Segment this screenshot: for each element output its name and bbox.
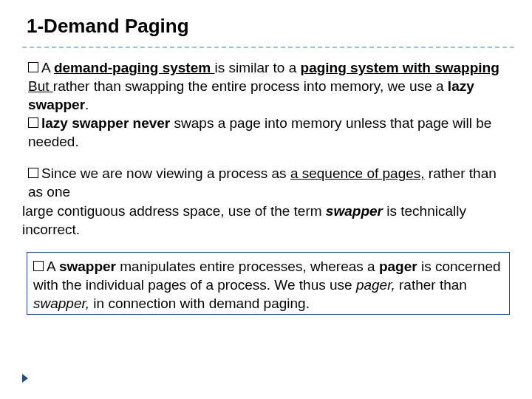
divider: [22, 47, 514, 48]
slide-title: 1-Demand Paging: [27, 15, 514, 38]
square-bullet-icon: [28, 168, 38, 178]
text: A: [41, 60, 54, 75]
text: pager: [379, 259, 417, 274]
text: A: [47, 259, 59, 274]
text: Since we are now viewing a process as: [41, 166, 290, 181]
text: .: [85, 97, 89, 112]
highlight-box: A swapper manipulates entire processes, …: [27, 252, 510, 315]
text: swapper: [326, 203, 383, 219]
arrow-right-icon: [22, 374, 28, 383]
text: a sequence of pages,: [290, 166, 425, 181]
slide: 1-Demand Paging A demand-paging system i…: [0, 0, 532, 399]
text: manipulates entire processes, whereas a: [120, 259, 379, 274]
text: paging system with swapping: [301, 60, 499, 75]
text: But: [28, 78, 53, 94]
text: swapper,: [33, 296, 89, 311]
text: pager,: [356, 277, 395, 293]
text-line: large contiguous address space, use of t…: [22, 202, 508, 239]
bullet-1: A demand-paging system is similar to a p…: [28, 58, 508, 151]
square-bullet-icon: [33, 261, 44, 271]
text: large contiguous address space, use of t…: [22, 203, 326, 219]
square-bullet-icon: [28, 62, 38, 72]
text: rather than: [395, 277, 467, 293]
bullet-2: Since we are now viewing a process as a …: [28, 164, 508, 238]
text: demand-paging system: [54, 60, 215, 75]
text: is similar to a: [214, 60, 300, 75]
text: swapper: [59, 259, 120, 274]
text: lazy swapper never: [41, 115, 174, 131]
text: in connection with demand paging.: [89, 296, 310, 311]
text: rather than swapping the entire process …: [53, 78, 448, 94]
square-bullet-icon: [28, 117, 38, 128]
